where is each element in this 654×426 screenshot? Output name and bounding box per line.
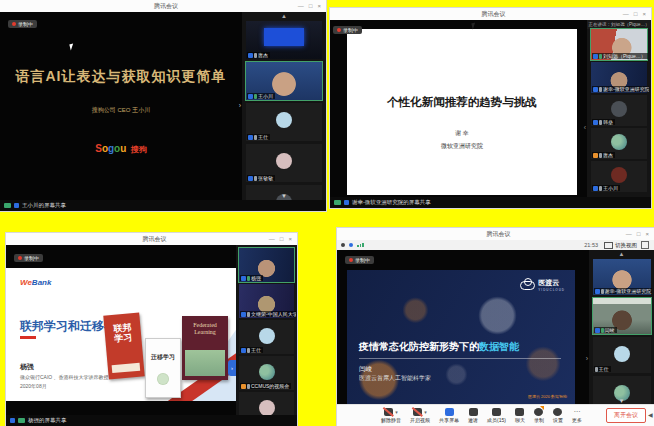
close-button[interactable]: × (288, 236, 292, 242)
recording-label: 录制中 (24, 255, 39, 261)
participant-thumbnail[interactable]: 张敏敏 (239, 392, 294, 415)
meeting-body: 录制中 医渡云 YIDUCLOUD 疫情常态化防控新形势下的数据智能 闫峻 (337, 250, 654, 405)
participant-thumbnail[interactable]: 文继荣-中国人民大学 (239, 284, 294, 318)
network-signal-icon (357, 243, 364, 247)
minimize-button[interactable]: — (626, 231, 632, 237)
participant-thumbnail[interactable]: 谢幸-微软亚洲研究院 (593, 259, 651, 295)
maximize-button[interactable]: □ (280, 236, 284, 242)
speaking-now-label: 正在讲话：刘知远（Pique…） (587, 20, 651, 29)
logo-letter: S (95, 143, 102, 154)
slide-title: 个性化新闻推荐的趋势与挑战 (347, 95, 577, 110)
record-button[interactable]: 录制 (534, 408, 544, 423)
participant-thumbnail[interactable]: 张敏敏 (246, 144, 322, 182)
participant-thumbnail[interactable]: 谢幸-微软亚洲研究院 (591, 62, 647, 93)
slide-title-accent: 数据智能 (479, 341, 519, 352)
close-button[interactable]: × (317, 3, 321, 9)
meeting-body: 录制中 语言AI让表达与获取知识更简单 搜狗公司 CEO 王小川 Sogou 搜… (0, 12, 326, 211)
mic-icon (254, 176, 257, 181)
participant-name: 王小川 (603, 185, 618, 191)
shield-icon[interactable] (349, 243, 353, 247)
unmute-button[interactable]: ▾解除静音 (381, 408, 401, 423)
participant-thumbnail[interactable]: 王仕 (239, 320, 294, 354)
chevron-down-icon[interactable]: ▼ (242, 193, 326, 199)
member-icon (595, 328, 600, 333)
info-icon[interactable] (341, 243, 345, 247)
view-switch-button[interactable]: 切换视图 (615, 242, 637, 249)
close-button[interactable]: × (642, 11, 646, 17)
maximize-button[interactable]: □ (637, 231, 641, 237)
book-footer-band (112, 363, 141, 373)
participant-name-chip: 张敏敏 (247, 175, 275, 181)
mic-active-icon (599, 54, 602, 59)
mic-icon (247, 312, 250, 317)
presenter-title: 医渡云首席人工智能科学家 (359, 374, 431, 383)
avatar (614, 346, 630, 362)
more-button[interactable]: ⋯更多 (572, 408, 582, 423)
mic-icon (595, 367, 598, 372)
recording-badge: 录制中 (333, 26, 362, 34)
participant-thumbnail-speaking[interactable]: 闫峻 (593, 298, 651, 334)
toolbar-label: 录制 (534, 417, 544, 423)
participant-thumbnail[interactable]: 王仕 (593, 337, 651, 373)
fullscreen-icon[interactable] (641, 241, 649, 249)
chat-icon (515, 408, 524, 416)
participant-thumbnail[interactable]: 唐杰 (591, 128, 647, 159)
chevron-up-icon[interactable]: ▲ (242, 13, 326, 19)
avatar (259, 400, 275, 415)
caret-down-icon[interactable]: ▾ (395, 409, 398, 415)
participant-thumbnail[interactable]: 王仕 (246, 103, 322, 141)
minimize-button[interactable]: — (623, 11, 629, 17)
minimize-button[interactable]: — (298, 3, 304, 9)
sidebar-expand-handle[interactable]: › (586, 355, 588, 362)
share-screen-button[interactable]: 共享屏幕 (439, 408, 459, 423)
slide-title: 语言AI让表达与获取知识更简单 (0, 68, 242, 86)
window-controls: — □ × (269, 236, 292, 242)
participant-name-chip: 王仕 (240, 347, 263, 353)
participant-avatar-tile (239, 392, 294, 415)
participant-thumbnail[interactable]: 王小川 (591, 161, 647, 192)
record-dot-icon (337, 28, 341, 32)
participant-name: 王小川 (258, 93, 273, 99)
participant-thumbnail-speaking[interactable]: 刘知远（Pique…） (591, 29, 647, 60)
person-icon (14, 203, 19, 208)
chevron-up-icon[interactable]: ▲ (589, 251, 654, 257)
caret-down-icon[interactable]: ▾ (424, 409, 427, 415)
start-video-button[interactable]: ▾开启视频 (410, 408, 430, 423)
toolbar-label: 共享屏幕 (439, 417, 459, 423)
logo-cn-text: 搜狗 (131, 145, 147, 154)
leave-meeting-button[interactable]: 离开会议 (606, 408, 646, 423)
mic-muted-icon (384, 408, 393, 416)
participant-thumbnail[interactable]: 唐杰 (246, 21, 322, 59)
participant-name: 韩垒 (603, 119, 613, 125)
invite-button[interactable]: 邀请 (468, 408, 478, 423)
participant-thumbnail[interactable]: 韩垒 (591, 95, 647, 126)
slide-title-main: 疫情常态化防控新形势下的 (359, 341, 479, 352)
maximize-button[interactable]: □ (634, 11, 638, 17)
slide-author: 谢 幸 (347, 129, 577, 138)
book-title: 迁移学习 (146, 353, 180, 362)
avatar (276, 112, 292, 128)
participant-thumbnail[interactable]: CCMUS的视频会 (239, 356, 294, 390)
sidebar-expand-handle[interactable]: › (239, 102, 241, 109)
participant-name-chip: 谢幸-微软亚洲研究院 (592, 86, 649, 92)
cloud-icon (520, 281, 535, 290)
slide-subtitle: 搜狗公司 CEO 王小川 (0, 106, 242, 115)
chat-button[interactable]: 聊天 (515, 408, 525, 423)
sidebar-collapse-handle[interactable]: ‹ (584, 124, 586, 131)
settings-button[interactable]: 设置 (553, 408, 563, 423)
collage-page: 腾讯会议 — □ × 录制中 语言AI让表达与获取知识更简单 搜狗公司 CEO … (0, 0, 654, 426)
toolbar-label: 聊天 (515, 417, 525, 423)
maximize-button[interactable]: □ (309, 3, 313, 9)
share-status-text: 谢幸-微软亚洲研究院的屏幕共享 (352, 199, 431, 206)
minimize-button[interactable]: — (269, 236, 275, 242)
members-icon (492, 408, 501, 416)
participant-thumbnail-speaking[interactable]: 王小川 (246, 62, 322, 100)
mic-icon (254, 135, 257, 140)
participant-thumbnail-speaking[interactable]: 杨强 (239, 248, 294, 282)
sidebar-collapse-tab[interactable]: › (228, 360, 236, 376)
members-button[interactable]: 成员(15) (487, 408, 506, 423)
participants-sidebar: 正在讲话：刘知远（Pique…） 刘知远（Pique…） 谢幸-微软亚洲研究院 … (587, 20, 651, 197)
camera-off-icon (413, 408, 422, 416)
cursor-pointer-icon (69, 44, 74, 51)
close-button[interactable]: × (645, 231, 649, 237)
